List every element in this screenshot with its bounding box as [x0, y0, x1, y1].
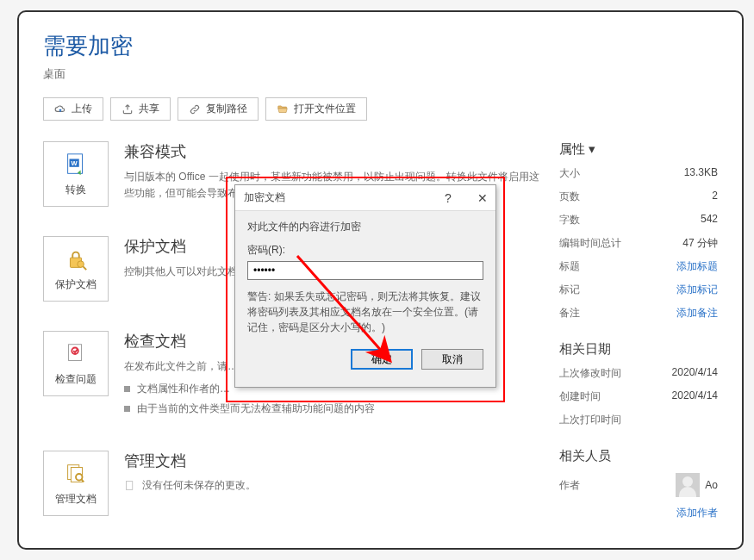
inspect-button[interactable]: 检查问题: [43, 331, 109, 396]
related-dates-heading: 相关日期: [559, 341, 718, 358]
related-people-heading: 相关人员: [559, 448, 718, 464]
compat-title: 兼容模式: [124, 141, 544, 162]
lock-key-icon: [63, 246, 89, 272]
dialog-title: 加密文档: [235, 190, 285, 205]
close-button[interactable]: ✕: [461, 185, 495, 211]
dialog-heading: 对此文件的内容进行加密: [247, 220, 483, 234]
dialog-titlebar: 加密文档 ? ✕: [235, 185, 495, 211]
word-convert-icon: W: [63, 152, 89, 177]
manage-doc-icon: [63, 461, 89, 487]
share-button[interactable]: 共享: [110, 97, 171, 121]
doc-small-icon: [124, 480, 135, 491]
copy-path-button[interactable]: 复制路径: [178, 97, 259, 121]
help-button[interactable]: ?: [427, 185, 461, 211]
add-tag-link[interactable]: 添加标记: [676, 283, 718, 297]
cloud-upload-icon: [54, 103, 66, 115]
svg-rect-10: [126, 482, 132, 490]
manage-title: 管理文档: [124, 451, 544, 471]
manage-button[interactable]: 管理文档: [43, 451, 109, 516]
folder-open-icon: [277, 103, 289, 115]
page-title: 需要加密: [43, 31, 718, 61]
author-avatar: [676, 473, 700, 497]
toolbar: 上传 共享 复制路径 打开文件位置: [43, 97, 718, 121]
inspect-doc-icon: [63, 341, 89, 367]
upload-button[interactable]: 上传: [43, 97, 103, 121]
encrypt-dialog: 加密文档 ? ✕ 对此文件的内容进行加密 密码(R): 警告: 如果丢失或忘记密…: [234, 184, 496, 388]
manage-bullet-1: 没有任何未保存的更改。: [124, 478, 544, 493]
cancel-button[interactable]: 取消: [421, 349, 483, 370]
add-author-link[interactable]: 添加作者: [676, 506, 718, 520]
properties-heading[interactable]: 属性 ▾: [559, 141, 718, 158]
password-label: 密码(R):: [247, 243, 483, 258]
open-location-button[interactable]: 打开文件位置: [265, 97, 367, 121]
link-icon: [189, 103, 201, 115]
svg-point-4: [78, 260, 84, 267]
dialog-warning: 警告: 如果丢失或忘记密码，则无法将其恢复。建议将密码列表及其相应文档名放在一个…: [247, 289, 483, 335]
svg-text:W: W: [72, 159, 78, 166]
inspect-bullet-2: 由于当前的文件类型而无法检查辅助功能问题的内容: [124, 401, 544, 416]
properties-panel: 属性 ▾ 大小13.3KB 页数2 字数542 编辑时间总计47 分钟 标题添加…: [554, 141, 718, 545]
share-icon: [122, 103, 134, 115]
ok-button[interactable]: 确定: [351, 349, 413, 370]
protect-button[interactable]: 保护文档: [43, 236, 109, 302]
convert-button[interactable]: W 转换: [43, 141, 109, 207]
password-input[interactable]: [247, 261, 483, 280]
add-title-link[interactable]: 添加标题: [676, 259, 718, 274]
add-remark-link[interactable]: 添加备注: [676, 306, 718, 320]
section-manage: 管理文档 管理文档 没有任何未保存的更改。: [43, 451, 544, 516]
page-subtitle: 桌面: [43, 66, 718, 82]
